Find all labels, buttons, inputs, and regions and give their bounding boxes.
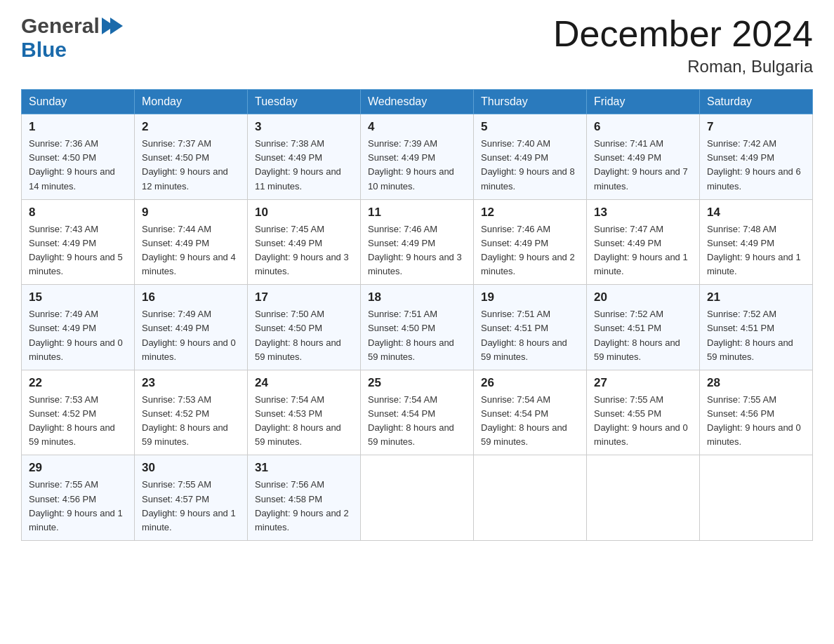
calendar-cell: 23 Sunrise: 7:53 AMSunset: 4:52 PMDaylig…: [135, 370, 248, 455]
calendar-week-row: 1 Sunrise: 7:36 AMSunset: 4:50 PMDayligh…: [22, 114, 813, 200]
day-number: 22: [29, 376, 127, 390]
day-info: Sunrise: 7:50 AMSunset: 4:50 PMDaylight:…: [255, 309, 341, 361]
day-number: 30: [142, 461, 240, 475]
calendar-cell: 22 Sunrise: 7:53 AMSunset: 4:52 PMDaylig…: [22, 370, 135, 455]
calendar-cell: 14 Sunrise: 7:48 AMSunset: 4:49 PMDaylig…: [700, 199, 813, 285]
day-of-week-header: Thursday: [474, 90, 587, 114]
day-number: 16: [142, 290, 240, 304]
calendar-cell: 15 Sunrise: 7:49 AMSunset: 4:49 PMDaylig…: [22, 285, 135, 370]
day-of-week-header: Monday: [135, 90, 248, 114]
calendar-cell: 29 Sunrise: 7:55 AMSunset: 4:56 PMDaylig…: [22, 455, 135, 541]
calendar-cell: 9 Sunrise: 7:44 AMSunset: 4:49 PMDayligh…: [135, 199, 248, 285]
day-info: Sunrise: 7:38 AMSunset: 4:49 PMDaylight:…: [255, 138, 341, 191]
calendar-cell: 4 Sunrise: 7:39 AMSunset: 4:49 PMDayligh…: [361, 114, 474, 200]
calendar-cell: 5 Sunrise: 7:40 AMSunset: 4:49 PMDayligh…: [474, 114, 587, 200]
day-info: Sunrise: 7:52 AMSunset: 4:51 PMDaylight:…: [707, 309, 793, 361]
day-number: 11: [368, 206, 466, 220]
day-of-week-header: Tuesday: [248, 90, 361, 114]
calendar-cell: 27 Sunrise: 7:55 AMSunset: 4:55 PMDaylig…: [587, 370, 700, 455]
day-number: 18: [368, 290, 466, 304]
day-of-week-header: Saturday: [700, 90, 813, 114]
calendar-cell: 1 Sunrise: 7:36 AMSunset: 4:50 PMDayligh…: [22, 114, 135, 200]
calendar-cell: 3 Sunrise: 7:38 AMSunset: 4:49 PMDayligh…: [248, 114, 361, 200]
day-info: Sunrise: 7:43 AMSunset: 4:49 PMDaylight:…: [29, 224, 123, 276]
logo-blue-text: Blue: [21, 38, 67, 61]
day-number: 23: [142, 376, 240, 390]
day-number: 27: [594, 376, 692, 390]
calendar-cell: 2 Sunrise: 7:37 AMSunset: 4:50 PMDayligh…: [135, 114, 248, 200]
day-info: Sunrise: 7:52 AMSunset: 4:51 PMDaylight:…: [594, 309, 680, 361]
day-number: 12: [481, 206, 579, 220]
day-info: Sunrise: 7:41 AMSunset: 4:49 PMDaylight:…: [594, 138, 688, 191]
day-number: 13: [594, 206, 692, 220]
day-info: Sunrise: 7:56 AMSunset: 4:58 PMDaylight:…: [255, 479, 349, 532]
logo: General Blue: [21, 14, 123, 62]
day-info: Sunrise: 7:55 AMSunset: 4:57 PMDaylight:…: [142, 479, 236, 532]
day-info: Sunrise: 7:40 AMSunset: 4:49 PMDaylight:…: [481, 138, 575, 191]
day-number: 4: [368, 120, 466, 134]
calendar-cell: 30 Sunrise: 7:55 AMSunset: 4:57 PMDaylig…: [135, 455, 248, 541]
day-of-week-header: Wednesday: [361, 90, 474, 114]
page-header: General Blue December 2024 Roman, Bulgar…: [21, 14, 813, 76]
month-title: December 2024: [553, 14, 813, 54]
day-number: 31: [255, 461, 353, 475]
day-info: Sunrise: 7:54 AMSunset: 4:53 PMDaylight:…: [255, 394, 341, 447]
logo-arrow2-icon: [110, 18, 123, 34]
day-number: 10: [255, 206, 353, 220]
day-number: 14: [707, 206, 805, 220]
header-row: SundayMondayTuesdayWednesdayThursdayFrid…: [22, 90, 813, 114]
day-info: Sunrise: 7:44 AMSunset: 4:49 PMDaylight:…: [142, 224, 236, 276]
day-info: Sunrise: 7:54 AMSunset: 4:54 PMDaylight:…: [481, 394, 567, 447]
calendar-cell: 26 Sunrise: 7:54 AMSunset: 4:54 PMDaylig…: [474, 370, 587, 455]
calendar-cell: 6 Sunrise: 7:41 AMSunset: 4:49 PMDayligh…: [587, 114, 700, 200]
day-number: 3: [255, 120, 353, 134]
calendar-cell: [361, 455, 474, 541]
day-info: Sunrise: 7:42 AMSunset: 4:49 PMDaylight:…: [707, 138, 801, 191]
calendar-cell: 20 Sunrise: 7:52 AMSunset: 4:51 PMDaylig…: [587, 285, 700, 370]
calendar-table: SundayMondayTuesdayWednesdayThursdayFrid…: [21, 89, 813, 541]
day-number: 25: [368, 376, 466, 390]
day-number: 24: [255, 376, 353, 390]
day-info: Sunrise: 7:47 AMSunset: 4:49 PMDaylight:…: [594, 224, 688, 276]
day-number: 15: [29, 290, 127, 304]
location-title: Roman, Bulgaria: [553, 57, 813, 76]
day-info: Sunrise: 7:46 AMSunset: 4:49 PMDaylight:…: [368, 224, 462, 276]
day-number: 1: [29, 120, 127, 134]
calendar-cell: [474, 455, 587, 541]
calendar-cell: 13 Sunrise: 7:47 AMSunset: 4:49 PMDaylig…: [587, 199, 700, 285]
calendar-header: SundayMondayTuesdayWednesdayThursdayFrid…: [22, 90, 813, 114]
calendar-week-row: 15 Sunrise: 7:49 AMSunset: 4:49 PMDaylig…: [22, 285, 813, 370]
calendar-cell: 10 Sunrise: 7:45 AMSunset: 4:49 PMDaylig…: [248, 199, 361, 285]
day-number: 20: [594, 290, 692, 304]
day-info: Sunrise: 7:53 AMSunset: 4:52 PMDaylight:…: [29, 394, 115, 447]
calendar-week-row: 22 Sunrise: 7:53 AMSunset: 4:52 PMDaylig…: [22, 370, 813, 455]
day-number: 21: [707, 290, 805, 304]
calendar-cell: 24 Sunrise: 7:54 AMSunset: 4:53 PMDaylig…: [248, 370, 361, 455]
day-number: 9: [142, 206, 240, 220]
calendar-cell: 17 Sunrise: 7:50 AMSunset: 4:50 PMDaylig…: [248, 285, 361, 370]
day-info: Sunrise: 7:51 AMSunset: 4:50 PMDaylight:…: [368, 309, 454, 361]
day-info: Sunrise: 7:55 AMSunset: 4:55 PMDaylight:…: [594, 394, 688, 447]
calendar-cell: 31 Sunrise: 7:56 AMSunset: 4:58 PMDaylig…: [248, 455, 361, 541]
calendar-cell: 11 Sunrise: 7:46 AMSunset: 4:49 PMDaylig…: [361, 199, 474, 285]
calendar-week-row: 29 Sunrise: 7:55 AMSunset: 4:56 PMDaylig…: [22, 455, 813, 541]
calendar-cell: 16 Sunrise: 7:49 AMSunset: 4:49 PMDaylig…: [135, 285, 248, 370]
calendar-cell: 19 Sunrise: 7:51 AMSunset: 4:51 PMDaylig…: [474, 285, 587, 370]
day-number: 26: [481, 376, 579, 390]
day-number: 19: [481, 290, 579, 304]
day-number: 29: [29, 461, 127, 475]
calendar-cell: 8 Sunrise: 7:43 AMSunset: 4:49 PMDayligh…: [22, 199, 135, 285]
day-info: Sunrise: 7:54 AMSunset: 4:54 PMDaylight:…: [368, 394, 454, 447]
calendar-cell: [700, 455, 813, 541]
day-info: Sunrise: 7:55 AMSunset: 4:56 PMDaylight:…: [707, 394, 801, 447]
calendar-week-row: 8 Sunrise: 7:43 AMSunset: 4:49 PMDayligh…: [22, 199, 813, 285]
day-info: Sunrise: 7:51 AMSunset: 4:51 PMDaylight:…: [481, 309, 567, 361]
day-info: Sunrise: 7:55 AMSunset: 4:56 PMDaylight:…: [29, 479, 123, 532]
day-info: Sunrise: 7:45 AMSunset: 4:49 PMDaylight:…: [255, 224, 349, 276]
day-number: 7: [707, 120, 805, 134]
day-number: 2: [142, 120, 240, 134]
day-info: Sunrise: 7:48 AMSunset: 4:49 PMDaylight:…: [707, 224, 801, 276]
day-number: 6: [594, 120, 692, 134]
calendar-cell: 7 Sunrise: 7:42 AMSunset: 4:49 PMDayligh…: [700, 114, 813, 200]
day-info: Sunrise: 7:49 AMSunset: 4:49 PMDaylight:…: [29, 309, 123, 361]
